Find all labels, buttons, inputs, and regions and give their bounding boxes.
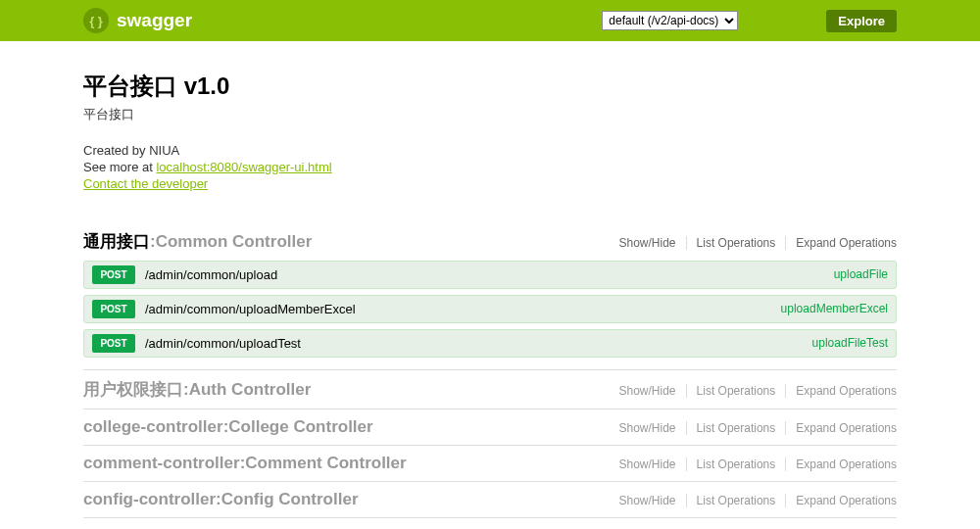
resource-section: config-controller : Config ControllerSho… bbox=[83, 482, 897, 518]
list-operations-link[interactable]: List Operations bbox=[687, 457, 787, 471]
see-more-line: See more at localhost:8080/swagger-ui.ht… bbox=[83, 160, 897, 176]
http-method-badge: POST bbox=[92, 265, 135, 284]
endpoint-row[interactable]: POST/admin/common/uploadTestuploadFileTe… bbox=[83, 329, 897, 358]
resource-section: 用户权限接口 : Auth ControllerShow/HideList Op… bbox=[83, 370, 897, 409]
resource-actions: Show/HideList OperationsExpand Operation… bbox=[610, 236, 897, 250]
http-method-badge: POST bbox=[92, 334, 135, 353]
contact-developer-link[interactable]: Contact the developer bbox=[83, 176, 208, 191]
resource-actions: Show/HideList OperationsExpand Operation… bbox=[610, 421, 897, 435]
resource-title[interactable]: 通用接口 bbox=[83, 230, 150, 253]
show-hide-link[interactable]: Show/Hide bbox=[610, 494, 687, 507]
main-content: 平台接口 v1.0 平台接口 Created by NIUA See more … bbox=[83, 41, 897, 529]
endpoints-list: POST/admin/common/uploaduploadFilePOST/a… bbox=[83, 261, 897, 369]
resource-description: Common Controller bbox=[156, 232, 313, 252]
resource-title[interactable]: college-controller bbox=[83, 417, 223, 437]
list-operations-link[interactable]: List Operations bbox=[687, 384, 787, 398]
resource-description: Config Controller bbox=[221, 490, 359, 509]
resource-description: Comment Controller bbox=[245, 454, 406, 473]
api-description: 平台接口 bbox=[83, 106, 897, 123]
resource-title[interactable]: 用户权限接口 bbox=[83, 378, 183, 401]
resource-header[interactable]: 用户权限接口 : Auth ControllerShow/HideList Op… bbox=[83, 370, 897, 409]
resource-actions: Show/HideList OperationsExpand Operation… bbox=[610, 494, 897, 507]
list-operations-link[interactable]: List Operations bbox=[687, 236, 787, 250]
list-operations-link[interactable]: List Operations bbox=[687, 494, 787, 507]
endpoint-path[interactable]: /admin/common/uploadMemberExcel bbox=[145, 302, 771, 316]
endpoint-summary[interactable]: uploadMemberExcel bbox=[781, 302, 888, 315]
topbar-controls: default (/v2/api-docs) Explore bbox=[602, 10, 897, 32]
expand-operations-link[interactable]: Expand Operations bbox=[786, 236, 897, 250]
expand-operations-link[interactable]: Expand Operations bbox=[786, 384, 897, 398]
endpoint-path[interactable]: /admin/common/uploadTest bbox=[145, 336, 803, 351]
topbar-inner: { } swagger default (/v2/api-docs) Explo… bbox=[83, 8, 897, 33]
resource-header[interactable]: 通用接口 : Common ControllerShow/HideList Op… bbox=[83, 222, 897, 261]
http-method-badge: POST bbox=[92, 300, 135, 318]
resource-title[interactable]: config-controller bbox=[83, 490, 216, 509]
show-hide-link[interactable]: Show/Hide bbox=[610, 236, 687, 250]
contact-line: Contact the developer bbox=[83, 176, 897, 193]
endpoint-summary[interactable]: uploadFileTest bbox=[812, 336, 888, 350]
topbar: { } swagger default (/v2/api-docs) Explo… bbox=[0, 0, 980, 41]
endpoint-path[interactable]: /admin/common/upload bbox=[145, 267, 824, 282]
docs-url-link[interactable]: localhost:8080/swagger-ui.html bbox=[156, 160, 331, 174]
resource-section: 通用接口 : Common ControllerShow/HideList Op… bbox=[83, 222, 897, 370]
swagger-logo-icon: { } bbox=[83, 8, 109, 33]
created-by-line: Created by NIUA bbox=[83, 143, 897, 160]
show-hide-link[interactable]: Show/Hide bbox=[610, 384, 687, 398]
resource-actions: Show/HideList OperationsExpand Operation… bbox=[610, 457, 897, 471]
api-spec-select[interactable]: default (/v2/api-docs) bbox=[602, 11, 738, 30]
explore-button[interactable]: Explore bbox=[826, 10, 897, 32]
resource-description: College Controller bbox=[228, 417, 372, 437]
endpoint-summary[interactable]: uploadFile bbox=[834, 267, 888, 281]
resource-title[interactable]: comment-controller bbox=[83, 454, 240, 473]
resource-header[interactable]: config-controller : Config ControllerSho… bbox=[83, 482, 897, 517]
resource-actions: Show/HideList OperationsExpand Operation… bbox=[610, 384, 897, 398]
resource-section: college-controller : College ControllerS… bbox=[83, 409, 897, 446]
endpoint-row[interactable]: POST/admin/common/uploaduploadFile bbox=[83, 261, 897, 289]
resource-section: department-controller : Department Contr… bbox=[83, 518, 897, 529]
resource-header[interactable]: comment-controller : Comment ControllerS… bbox=[83, 446, 897, 481]
brand-text: swagger bbox=[117, 10, 192, 31]
show-hide-link[interactable]: Show/Hide bbox=[610, 421, 687, 435]
expand-operations-link[interactable]: Expand Operations bbox=[786, 494, 897, 507]
see-more-prefix: See more at bbox=[83, 160, 156, 174]
resource-description: Auth Controller bbox=[189, 380, 312, 400]
resources-list: 通用接口 : Common ControllerShow/HideList Op… bbox=[83, 222, 897, 529]
expand-operations-link[interactable]: Expand Operations bbox=[786, 421, 897, 435]
resource-header[interactable]: department-controller : Department Contr… bbox=[83, 518, 897, 529]
endpoint-row[interactable]: POST/admin/common/uploadMemberExceluploa… bbox=[83, 295, 897, 323]
expand-operations-link[interactable]: Expand Operations bbox=[786, 457, 897, 471]
logo[interactable]: { } swagger bbox=[83, 8, 192, 33]
api-title: 平台接口 v1.0 bbox=[83, 71, 897, 102]
resource-section: comment-controller : Comment ControllerS… bbox=[83, 446, 897, 482]
resource-header[interactable]: college-controller : College ControllerS… bbox=[83, 409, 897, 445]
show-hide-link[interactable]: Show/Hide bbox=[610, 457, 687, 471]
list-operations-link[interactable]: List Operations bbox=[687, 421, 787, 435]
